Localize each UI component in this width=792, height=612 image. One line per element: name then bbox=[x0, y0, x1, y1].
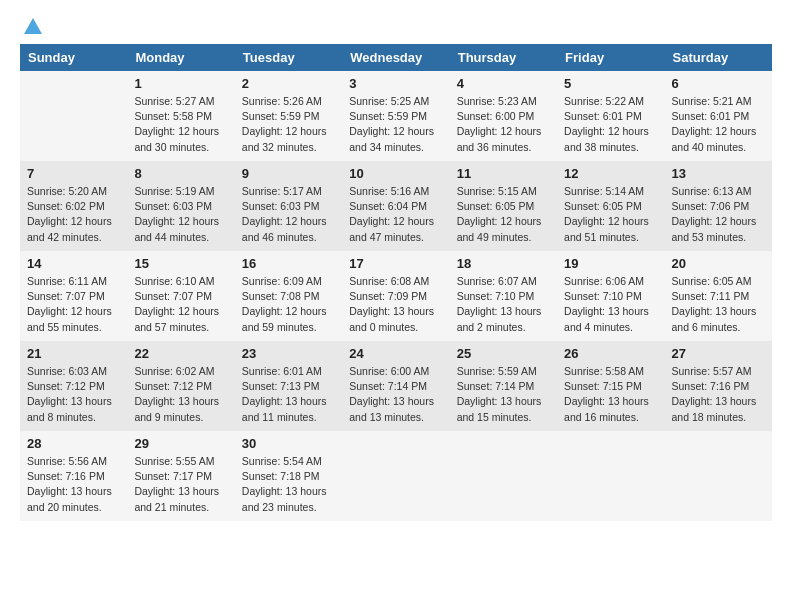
day-info: Sunrise: 5:25 AMSunset: 5:59 PMDaylight:… bbox=[349, 94, 442, 155]
day-info: Sunrise: 6:05 AMSunset: 7:11 PMDaylight:… bbox=[672, 274, 765, 335]
day-info: Sunrise: 6:10 AMSunset: 7:07 PMDaylight:… bbox=[134, 274, 227, 335]
day-cell: 5Sunrise: 5:22 AMSunset: 6:01 PMDaylight… bbox=[557, 71, 664, 161]
day-cell: 4Sunrise: 5:23 AMSunset: 6:00 PMDaylight… bbox=[450, 71, 557, 161]
day-info: Sunrise: 5:16 AMSunset: 6:04 PMDaylight:… bbox=[349, 184, 442, 245]
day-cell bbox=[20, 71, 127, 161]
day-cell: 15Sunrise: 6:10 AMSunset: 7:07 PMDayligh… bbox=[127, 251, 234, 341]
day-info: Sunrise: 6:09 AMSunset: 7:08 PMDaylight:… bbox=[242, 274, 335, 335]
day-cell: 22Sunrise: 6:02 AMSunset: 7:12 PMDayligh… bbox=[127, 341, 234, 431]
header-cell-sunday: Sunday bbox=[20, 44, 127, 71]
day-info: Sunrise: 6:01 AMSunset: 7:13 PMDaylight:… bbox=[242, 364, 335, 425]
day-info: Sunrise: 6:11 AMSunset: 7:07 PMDaylight:… bbox=[27, 274, 120, 335]
day-number: 23 bbox=[242, 346, 335, 361]
day-cell: 23Sunrise: 6:01 AMSunset: 7:13 PMDayligh… bbox=[235, 341, 342, 431]
page-header bbox=[20, 20, 772, 34]
day-cell bbox=[557, 431, 664, 521]
day-cell: 16Sunrise: 6:09 AMSunset: 7:08 PMDayligh… bbox=[235, 251, 342, 341]
day-info: Sunrise: 5:17 AMSunset: 6:03 PMDaylight:… bbox=[242, 184, 335, 245]
day-number: 30 bbox=[242, 436, 335, 451]
day-cell: 7Sunrise: 5:20 AMSunset: 6:02 PMDaylight… bbox=[20, 161, 127, 251]
day-cell: 30Sunrise: 5:54 AMSunset: 7:18 PMDayligh… bbox=[235, 431, 342, 521]
day-number: 27 bbox=[672, 346, 765, 361]
day-number: 20 bbox=[672, 256, 765, 271]
day-cell: 19Sunrise: 6:06 AMSunset: 7:10 PMDayligh… bbox=[557, 251, 664, 341]
day-info: Sunrise: 5:54 AMSunset: 7:18 PMDaylight:… bbox=[242, 454, 335, 515]
day-info: Sunrise: 5:26 AMSunset: 5:59 PMDaylight:… bbox=[242, 94, 335, 155]
day-cell: 10Sunrise: 5:16 AMSunset: 6:04 PMDayligh… bbox=[342, 161, 449, 251]
day-info: Sunrise: 5:21 AMSunset: 6:01 PMDaylight:… bbox=[672, 94, 765, 155]
calendar-table: SundayMondayTuesdayWednesdayThursdayFrid… bbox=[20, 44, 772, 521]
day-cell: 13Sunrise: 6:13 AMSunset: 7:06 PMDayligh… bbox=[665, 161, 772, 251]
day-number: 9 bbox=[242, 166, 335, 181]
svg-marker-0 bbox=[24, 18, 42, 34]
day-number: 26 bbox=[564, 346, 657, 361]
day-cell: 20Sunrise: 6:05 AMSunset: 7:11 PMDayligh… bbox=[665, 251, 772, 341]
day-cell: 29Sunrise: 5:55 AMSunset: 7:17 PMDayligh… bbox=[127, 431, 234, 521]
day-info: Sunrise: 5:59 AMSunset: 7:14 PMDaylight:… bbox=[457, 364, 550, 425]
day-info: Sunrise: 5:27 AMSunset: 5:58 PMDaylight:… bbox=[134, 94, 227, 155]
day-cell: 28Sunrise: 5:56 AMSunset: 7:16 PMDayligh… bbox=[20, 431, 127, 521]
header-cell-monday: Monday bbox=[127, 44, 234, 71]
day-info: Sunrise: 5:58 AMSunset: 7:15 PMDaylight:… bbox=[564, 364, 657, 425]
day-cell: 3Sunrise: 5:25 AMSunset: 5:59 PMDaylight… bbox=[342, 71, 449, 161]
day-number: 17 bbox=[349, 256, 442, 271]
day-cell: 18Sunrise: 6:07 AMSunset: 7:10 PMDayligh… bbox=[450, 251, 557, 341]
day-cell: 9Sunrise: 5:17 AMSunset: 6:03 PMDaylight… bbox=[235, 161, 342, 251]
day-info: Sunrise: 6:06 AMSunset: 7:10 PMDaylight:… bbox=[564, 274, 657, 335]
calendar-header: SundayMondayTuesdayWednesdayThursdayFrid… bbox=[20, 44, 772, 71]
day-number: 8 bbox=[134, 166, 227, 181]
day-cell bbox=[342, 431, 449, 521]
day-number: 16 bbox=[242, 256, 335, 271]
day-number: 29 bbox=[134, 436, 227, 451]
week-row-2: 7Sunrise: 5:20 AMSunset: 6:02 PMDaylight… bbox=[20, 161, 772, 251]
day-info: Sunrise: 6:07 AMSunset: 7:10 PMDaylight:… bbox=[457, 274, 550, 335]
day-cell: 8Sunrise: 5:19 AMSunset: 6:03 PMDaylight… bbox=[127, 161, 234, 251]
week-row-1: 1Sunrise: 5:27 AMSunset: 5:58 PMDaylight… bbox=[20, 71, 772, 161]
day-cell: 1Sunrise: 5:27 AMSunset: 5:58 PMDaylight… bbox=[127, 71, 234, 161]
day-cell bbox=[665, 431, 772, 521]
day-cell: 21Sunrise: 6:03 AMSunset: 7:12 PMDayligh… bbox=[20, 341, 127, 431]
day-info: Sunrise: 5:22 AMSunset: 6:01 PMDaylight:… bbox=[564, 94, 657, 155]
day-number: 13 bbox=[672, 166, 765, 181]
header-row: SundayMondayTuesdayWednesdayThursdayFrid… bbox=[20, 44, 772, 71]
day-cell: 26Sunrise: 5:58 AMSunset: 7:15 PMDayligh… bbox=[557, 341, 664, 431]
header-cell-friday: Friday bbox=[557, 44, 664, 71]
day-cell: 27Sunrise: 5:57 AMSunset: 7:16 PMDayligh… bbox=[665, 341, 772, 431]
week-row-5: 28Sunrise: 5:56 AMSunset: 7:16 PMDayligh… bbox=[20, 431, 772, 521]
header-cell-saturday: Saturday bbox=[665, 44, 772, 71]
day-info: Sunrise: 5:19 AMSunset: 6:03 PMDaylight:… bbox=[134, 184, 227, 245]
header-cell-thursday: Thursday bbox=[450, 44, 557, 71]
day-cell: 11Sunrise: 5:15 AMSunset: 6:05 PMDayligh… bbox=[450, 161, 557, 251]
day-cell bbox=[450, 431, 557, 521]
day-number: 7 bbox=[27, 166, 120, 181]
day-number: 15 bbox=[134, 256, 227, 271]
day-info: Sunrise: 5:57 AMSunset: 7:16 PMDaylight:… bbox=[672, 364, 765, 425]
day-cell: 14Sunrise: 6:11 AMSunset: 7:07 PMDayligh… bbox=[20, 251, 127, 341]
day-number: 4 bbox=[457, 76, 550, 91]
day-number: 22 bbox=[134, 346, 227, 361]
day-number: 11 bbox=[457, 166, 550, 181]
day-cell: 12Sunrise: 5:14 AMSunset: 6:05 PMDayligh… bbox=[557, 161, 664, 251]
day-number: 5 bbox=[564, 76, 657, 91]
day-info: Sunrise: 5:23 AMSunset: 6:00 PMDaylight:… bbox=[457, 94, 550, 155]
day-info: Sunrise: 5:20 AMSunset: 6:02 PMDaylight:… bbox=[27, 184, 120, 245]
header-cell-wednesday: Wednesday bbox=[342, 44, 449, 71]
day-number: 2 bbox=[242, 76, 335, 91]
day-cell: 25Sunrise: 5:59 AMSunset: 7:14 PMDayligh… bbox=[450, 341, 557, 431]
day-number: 24 bbox=[349, 346, 442, 361]
day-number: 19 bbox=[564, 256, 657, 271]
week-row-3: 14Sunrise: 6:11 AMSunset: 7:07 PMDayligh… bbox=[20, 251, 772, 341]
calendar-body: 1Sunrise: 5:27 AMSunset: 5:58 PMDaylight… bbox=[20, 71, 772, 521]
week-row-4: 21Sunrise: 6:03 AMSunset: 7:12 PMDayligh… bbox=[20, 341, 772, 431]
day-cell: 24Sunrise: 6:00 AMSunset: 7:14 PMDayligh… bbox=[342, 341, 449, 431]
day-info: Sunrise: 5:55 AMSunset: 7:17 PMDaylight:… bbox=[134, 454, 227, 515]
day-info: Sunrise: 6:02 AMSunset: 7:12 PMDaylight:… bbox=[134, 364, 227, 425]
day-info: Sunrise: 6:00 AMSunset: 7:14 PMDaylight:… bbox=[349, 364, 442, 425]
day-cell: 6Sunrise: 5:21 AMSunset: 6:01 PMDaylight… bbox=[665, 71, 772, 161]
day-cell: 2Sunrise: 5:26 AMSunset: 5:59 PMDaylight… bbox=[235, 71, 342, 161]
day-info: Sunrise: 5:15 AMSunset: 6:05 PMDaylight:… bbox=[457, 184, 550, 245]
day-number: 6 bbox=[672, 76, 765, 91]
day-info: Sunrise: 5:56 AMSunset: 7:16 PMDaylight:… bbox=[27, 454, 120, 515]
day-number: 18 bbox=[457, 256, 550, 271]
day-info: Sunrise: 6:08 AMSunset: 7:09 PMDaylight:… bbox=[349, 274, 442, 335]
